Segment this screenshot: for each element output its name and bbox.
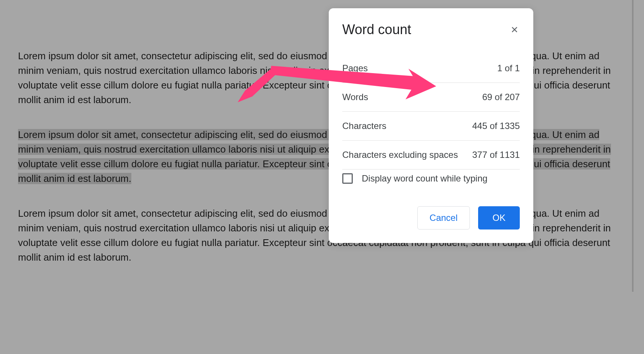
dialog-title: Word count [342,22,411,38]
stat-value: 69 of 207 [482,92,520,102]
stat-row-characters: Characters 445 of 1335 [342,112,520,141]
stat-value: 1 of 1 [497,63,520,74]
page-edge [632,0,633,292]
checkbox[interactable] [342,173,353,184]
close-button[interactable] [509,24,520,35]
stat-label: Pages [342,63,368,74]
stat-row-characters-no-spaces: Characters excluding spaces 377 of 1131 [342,141,520,170]
close-icon [510,26,519,34]
display-while-typing-option[interactable]: Display word count while typing [342,170,520,199]
dialog-buttons: Cancel OK [342,206,520,230]
checkbox-label: Display word count while typing [362,173,488,184]
stat-row-words: Words 69 of 207 [342,83,520,112]
stat-label: Characters [342,121,386,131]
ok-button[interactable]: OK [478,206,520,230]
stat-value: 445 of 1335 [472,121,520,131]
modal-overlay[interactable] [0,0,644,354]
stat-value: 377 of 1131 [472,150,520,160]
word-count-dialog: Word count Pages 1 of 1 Words 69 of 207 … [329,8,533,243]
stat-row-pages: Pages 1 of 1 [342,54,520,83]
dialog-header: Word count [342,22,520,38]
stat-label: Words [342,92,368,102]
cancel-button[interactable]: Cancel [417,206,470,230]
stat-label: Characters excluding spaces [342,150,458,160]
